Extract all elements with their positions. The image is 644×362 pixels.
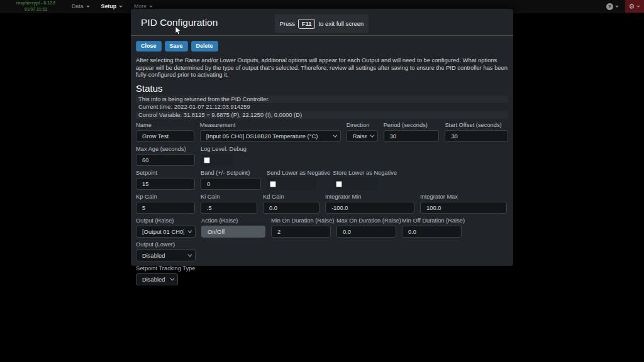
- min-on-duration-label: Min On Duration (Raise): [271, 217, 331, 224]
- store-lower-negative-cell: [333, 178, 378, 190]
- start-offset-input[interactable]: [445, 130, 508, 142]
- log-level-checkbox[interactable]: [204, 157, 210, 163]
- pid-configuration-modal: PID Configuration Close Save Delete Afte…: [131, 9, 513, 266]
- nav-menu-setup[interactable]: Setup: [101, 3, 123, 9]
- status-line: This info is being returned from the PID…: [136, 96, 508, 104]
- send-lower-negative-cell: [267, 178, 316, 190]
- form-row-5: Output (Raise) [Output 01 CH0] Name Acti…: [136, 217, 508, 238]
- chevron-down-icon: [86, 6, 90, 8]
- output-raise-select[interactable]: [Output 01 CH0] Name: [136, 226, 196, 238]
- settings-menu-button[interactable]: ⚙: [625, 0, 644, 13]
- form-row-7: Setpoint Tracking Type Disabled: [136, 265, 508, 285]
- store-lower-negative-label: Store Lower as Negative: [333, 170, 397, 176]
- chevron-down-icon: [119, 6, 123, 8]
- max-on-duration-input[interactable]: [336, 226, 396, 238]
- send-lower-negative-label: Send Lower as Negative: [267, 170, 330, 176]
- band-label: Band (+/- Setpoint): [201, 170, 261, 176]
- measurement-label: Measurement: [200, 122, 341, 128]
- gear-icon: ⚙: [629, 3, 635, 10]
- integrator-min-input[interactable]: [325, 202, 414, 214]
- chevron-down-icon: [187, 229, 192, 233]
- help-icon: ?: [606, 3, 613, 10]
- kd-gain-input[interactable]: [263, 202, 319, 214]
- brand-hostname: raspberrypi - 8.12.6: [9, 0, 63, 6]
- fullscreen-notice-prefix: Press: [280, 20, 296, 27]
- min-off-duration-input[interactable]: [402, 226, 462, 238]
- chevron-down-icon: [149, 6, 153, 8]
- form-row-3: Setpoint Band (+/- Setpoint) Send Lower …: [136, 170, 508, 190]
- status-line: Control Variable: 31.8125 = 9.6875 (P), …: [136, 111, 508, 119]
- f11-key-badge: F11: [298, 19, 315, 29]
- save-button[interactable]: Save: [165, 41, 188, 52]
- log-level-cell: [201, 154, 233, 166]
- form-row-2: Max Age (seconds) Log Level: Debug: [136, 146, 508, 166]
- band-input[interactable]: [201, 178, 261, 190]
- integrator-min-label: Integrator Min: [325, 194, 414, 200]
- chevron-down-icon: [636, 6, 640, 8]
- action-raise-label: Action (Raise): [201, 217, 265, 224]
- output-lower-select[interactable]: Disabled: [136, 250, 196, 261]
- direction-select[interactable]: Raise: [347, 130, 378, 142]
- integrator-max-input[interactable]: [420, 202, 507, 214]
- period-label: Period (seconds): [384, 122, 440, 128]
- fullscreen-notice-suffix: to exit full screen: [318, 20, 364, 27]
- kd-gain-label: Kd Gain: [263, 194, 319, 200]
- action-raise-input: [201, 226, 265, 238]
- form-row-1: Name Measurement [Input 05 CH0] DS18B20 …: [136, 122, 508, 142]
- period-input[interactable]: [384, 130, 440, 142]
- form-row-6: Output (Lower) Disabled: [136, 241, 508, 261]
- output-lower-label: Output (Lower): [136, 241, 196, 248]
- ki-gain-input[interactable]: [201, 202, 257, 214]
- output-raise-label: Output (Raise): [136, 217, 196, 224]
- fullscreen-notice: Press F11 to exit full screen: [275, 14, 369, 33]
- chevron-down-icon: [187, 253, 192, 257]
- integrator-max-label: Integrator Max: [420, 194, 507, 200]
- brand-datetime: 01/07 21:11: [9, 6, 63, 13]
- log-level-label: Log Level: Debug: [201, 146, 247, 152]
- setpoint-label: Setpoint: [136, 170, 195, 176]
- setpoint-tracking-label: Setpoint Tracking Type: [136, 265, 195, 272]
- setpoint-tracking-select[interactable]: Disabled: [136, 273, 178, 285]
- store-lower-negative-checkbox[interactable]: [336, 181, 342, 187]
- setpoint-input[interactable]: [136, 178, 195, 190]
- max-age-input[interactable]: [136, 154, 195, 166]
- kp-gain-label: Kp Gain: [136, 194, 195, 200]
- modal-body: Close Save Delete After selecting the Ra…: [131, 36, 513, 289]
- status-list: This info is being returned from the PID…: [136, 96, 508, 119]
- status-heading: Status: [136, 83, 508, 94]
- form-row-4: Kp Gain Ki Gain Kd Gain Integrator Min I…: [136, 194, 508, 214]
- measurement-select[interactable]: [Input 05 CH0] DS18B20 Temperature (°C): [200, 130, 341, 142]
- brand[interactable]: raspberrypi - 8.12.6 01/07 21:11: [9, 0, 63, 13]
- chevron-down-icon: [170, 277, 174, 281]
- min-off-duration-label: Min Off Duration (Raise): [402, 217, 462, 224]
- name-label: Name: [136, 122, 194, 128]
- max-on-duration-label: Max On Duration (Raise): [336, 217, 396, 224]
- ki-gain-label: Ki Gain: [201, 194, 257, 200]
- send-lower-negative-checkbox[interactable]: [270, 181, 276, 187]
- chevron-down-icon: [370, 133, 374, 138]
- direction-label: Direction: [347, 122, 378, 128]
- max-age-label: Max Age (seconds): [136, 146, 195, 152]
- help-menu-button[interactable]: ?: [606, 3, 619, 10]
- close-button[interactable]: Close: [136, 41, 162, 52]
- nav-menu-data[interactable]: Data: [72, 3, 90, 9]
- chevron-down-icon: [333, 133, 337, 138]
- start-offset-label: Start Offset (seconds): [445, 122, 508, 128]
- name-input[interactable]: [136, 130, 194, 142]
- modal-button-row: Close Save Delete: [136, 41, 508, 52]
- kp-gain-input[interactable]: [136, 202, 195, 214]
- configuration-description: After selecting the Raise and/or Lower O…: [136, 57, 508, 78]
- min-on-duration-input[interactable]: [271, 226, 331, 238]
- status-line: Current time: 2022-01-07 21:12:03.914259: [136, 103, 508, 111]
- nav-right: ? ⚙: [606, 0, 644, 13]
- delete-button[interactable]: Delete: [191, 41, 218, 52]
- chevron-down-icon: [615, 6, 619, 8]
